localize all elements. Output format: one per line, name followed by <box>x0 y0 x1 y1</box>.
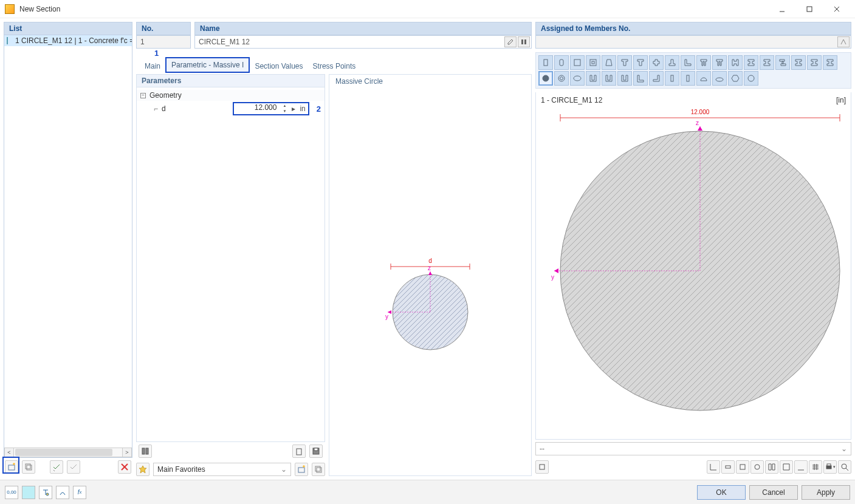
copy-item-button[interactable] <box>22 460 35 474</box>
shape-trapezoid-icon[interactable] <box>602 55 616 70</box>
svg-point-60 <box>46 493 49 495</box>
points-button[interactable] <box>794 460 808 474</box>
cancel-button[interactable]: Cancel <box>749 485 798 500</box>
shape-lens-icon[interactable] <box>712 71 727 86</box>
shape-circle-solid-icon[interactable] <box>538 71 553 86</box>
edit-name-button[interactable] <box>504 36 517 47</box>
tab-section-values[interactable]: Section Values <box>250 60 307 73</box>
assigned-input[interactable] <box>535 35 851 49</box>
organize-favorites-button[interactable] <box>312 463 325 476</box>
tab-parametric-massive[interactable]: Parametric - Massive I <box>165 57 250 73</box>
scroll-thumb[interactable] <box>15 449 112 456</box>
scroll-track[interactable] <box>14 448 122 457</box>
shape-square-icon[interactable] <box>570 55 585 70</box>
spinner[interactable]: ▲▼ <box>281 103 287 114</box>
shape-l-icon[interactable] <box>633 71 648 86</box>
list-horizontal-scrollbar[interactable]: < > <box>4 448 132 457</box>
svg-marker-52 <box>698 126 702 131</box>
print-button[interactable]: ▾ <box>823 460 837 474</box>
shape-ibeam-icon[interactable] <box>791 55 806 70</box>
import-button[interactable] <box>292 444 306 458</box>
library-button[interactable] <box>518 36 530 47</box>
param-d-value-box: 12.000 ▲▼ ▸ in <box>233 102 309 115</box>
ok-button[interactable]: OK <box>697 485 746 500</box>
color-button[interactable] <box>22 486 35 499</box>
shape-ibeam2-icon[interactable] <box>807 55 822 70</box>
shape-i3-icon[interactable] <box>760 55 774 70</box>
big-preview-unit: [in] <box>836 96 846 104</box>
shape-z-icon[interactable] <box>775 55 790 70</box>
svg-rect-9 <box>521 39 523 44</box>
shape-tall2-icon[interactable] <box>681 71 695 86</box>
select-all-button[interactable] <box>50 460 63 474</box>
shape-ellipse-icon[interactable] <box>570 71 585 86</box>
shape-tall-icon[interactable] <box>665 71 679 86</box>
spin-up-icon[interactable]: ▲ <box>281 103 287 109</box>
add-favorite-button[interactable] <box>295 463 308 476</box>
shape-pi2-icon[interactable] <box>712 55 727 70</box>
shape-i2-icon[interactable] <box>744 55 758 70</box>
dimensions-toggle-button[interactable] <box>535 460 549 474</box>
parameters-panel: Parameters − Geometry ⌐ d <box>136 74 325 476</box>
param-d-input[interactable]: 12.000 <box>236 103 279 114</box>
name-input[interactable]: CIRCLE_M1 12 <box>194 35 532 49</box>
geometry-row[interactable]: − Geometry <box>137 90 324 101</box>
section-library-button[interactable] <box>139 444 152 458</box>
shape-oct-icon[interactable] <box>744 71 758 86</box>
delete-button[interactable] <box>118 460 131 474</box>
shape-u2-icon[interactable] <box>602 71 616 86</box>
apply-button[interactable]: Apply <box>802 485 850 500</box>
minimize-button[interactable] <box>768 0 795 18</box>
parts-button[interactable] <box>765 460 778 474</box>
info-button[interactable] <box>56 486 69 499</box>
shape-l2-icon[interactable] <box>649 71 664 86</box>
shape-h-icon[interactable] <box>728 55 743 70</box>
shape-ring-icon[interactable] <box>554 71 569 86</box>
shape-t-icon[interactable] <box>617 55 632 70</box>
units-button[interactable]: 0,00 <box>5 486 18 499</box>
axes-button[interactable] <box>707 460 720 474</box>
big-preview-svg: 12.000 y z <box>539 107 849 429</box>
shape-t2-icon[interactable] <box>633 55 648 70</box>
favorites-star-icon[interactable] <box>136 463 149 476</box>
svg-rect-53 <box>540 465 544 469</box>
shape-angle-icon[interactable] <box>681 55 695 70</box>
tab-stress-points[interactable]: Stress Points <box>308 60 361 73</box>
collapse-icon[interactable]: − <box>140 93 146 98</box>
scroll-right-icon[interactable]: > <box>122 448 132 457</box>
maximize-button[interactable] <box>795 0 823 18</box>
save-button[interactable] <box>309 444 323 458</box>
deselect-all-button[interactable] <box>67 460 80 474</box>
filter-button[interactable] <box>39 486 52 499</box>
shape-ibeam3-icon[interactable] <box>823 55 837 70</box>
find-button[interactable] <box>838 460 851 474</box>
unit-picker-icon[interactable]: ▸ <box>290 104 297 113</box>
shape-cross-icon[interactable] <box>649 55 664 70</box>
shape-square-hollow-icon[interactable] <box>586 55 600 70</box>
shape-pi-icon[interactable] <box>696 55 711 70</box>
close-button[interactable] <box>823 0 850 18</box>
dim-button[interactable] <box>721 460 735 474</box>
shear-button[interactable] <box>736 460 749 474</box>
big-axis-z: z <box>696 120 699 126</box>
favorites-combo[interactable]: Main Favorites ⌄ <box>153 463 291 476</box>
scroll-left-icon[interactable]: < <box>4 448 14 457</box>
tab-main[interactable]: Main <box>140 60 165 73</box>
formula-button[interactable]: fx <box>73 486 86 499</box>
shape-arch-icon[interactable] <box>696 71 711 86</box>
shape-rect-rounded-icon[interactable] <box>554 55 569 70</box>
shape-hex-icon[interactable] <box>728 71 743 86</box>
shape-invt-icon[interactable] <box>665 55 679 70</box>
plastic-button[interactable] <box>750 460 764 474</box>
pick-members-button[interactable] <box>837 36 850 47</box>
shape-u-icon[interactable] <box>586 71 600 86</box>
stress-combo[interactable]: -- ⌄ <box>535 442 851 455</box>
shape-rect-icon[interactable] <box>538 55 553 70</box>
values-button[interactable] <box>809 460 822 474</box>
no-input[interactable]: 1 <box>136 35 191 49</box>
new-item-button[interactable] <box>5 460 18 474</box>
spin-down-icon[interactable]: ▼ <box>281 109 287 114</box>
fe-button[interactable] <box>780 460 793 474</box>
shape-u3-icon[interactable] <box>617 71 632 86</box>
list-item[interactable]: 1 CIRCLE_M1 12 | 1 - Concrete f'c = 40 <box>4 35 132 46</box>
